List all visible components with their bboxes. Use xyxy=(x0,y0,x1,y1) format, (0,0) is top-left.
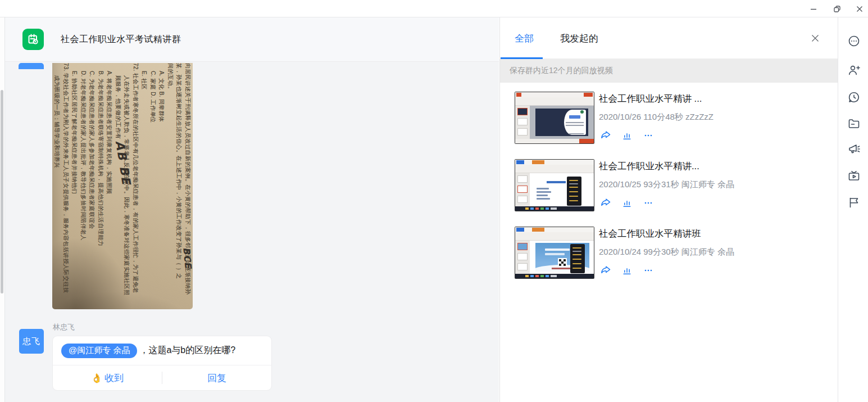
announcement-icon[interactable] xyxy=(847,142,861,156)
video-list-item: 社会工作职业水平精讲班 2020/10/24 99分30秒 闽江师专 余晶 xyxy=(515,227,829,279)
video-playback-icon[interactable] xyxy=(847,169,861,183)
video-thumbnail[interactable] xyxy=(515,227,594,279)
video-title[interactable]: 社会工作职业水平精讲 ... xyxy=(599,93,702,105)
photo-rotated-text: 向居民讲述关于刑满释放人员改过自新的案例。在小黄的帮助下，很多邻居开始逐渐接纳孙… xyxy=(52,63,193,309)
share-icon[interactable] xyxy=(599,129,612,142)
exam-line: D. 对老年痴呆症患者的家人提出批评，教导他们多抽时间陪伴老人 xyxy=(79,63,88,309)
exam-line: 73. 学校社会工作者为刚入学的外来务工人员子女提供服务，服务内容包括讲授人际交… xyxy=(62,63,71,309)
ok-hand-icon: 👌 xyxy=(91,373,102,383)
app-window: 社会工作职业水平考试精讲群 向居民讲述关于刑满释放人员改过自新的案例。在小黄的帮… xyxy=(0,0,868,402)
folder-icon[interactable] xyxy=(847,117,861,130)
sender-name: 林忠飞 xyxy=(53,322,75,332)
exam-line: 向居民讲述关于刑满释放人员改过自新的案例。在小黄的帮助下，很多邻居开始逐渐接纳孙 xyxy=(184,63,193,309)
video-thumbnail[interactable] xyxy=(515,159,594,211)
retention-notice: 保存群内近12个月的回放视频 xyxy=(500,59,838,83)
chat-group-title: 社会工作职业水平考试精讲群 xyxy=(61,34,181,46)
photo-message[interactable]: 向居民讲述关于刑满释放人员改过自新的案例。在小黄的帮助下，很多邻居开始逐渐接纳孙… xyxy=(52,63,193,309)
exam-line: E. 协助社区居民了解老年痴呆症患者并接纳他们 xyxy=(70,63,79,309)
message-bubble: @闽江师专 余晶 ，这题a与b的区别在哪? 👌收到 回复 xyxy=(52,336,272,391)
exam-line: A. 文化 B. 同辈群体 xyxy=(157,63,166,309)
video-meta: 2020/10/25 93分31秒 闽江师专 余晶 xyxy=(599,179,734,190)
avatar-partial xyxy=(19,63,44,69)
exam-line: 成为班级的一员；辅导学业和培养兴 xyxy=(53,63,62,309)
mention-pill[interactable]: @闽江师专 余晶 xyxy=(61,344,137,358)
title-bar xyxy=(0,0,868,17)
chat-history-icon[interactable] xyxy=(847,91,861,104)
share-icon[interactable] xyxy=(599,264,612,277)
exam-line: C. 为老年痴呆症患者的家人多参加老年痴呆症患者家庭联谊会 xyxy=(88,63,97,309)
more-icon[interactable] xyxy=(642,196,655,210)
minimize-icon[interactable] xyxy=(806,2,821,16)
exam-line: E. 社区 xyxy=(140,63,149,309)
tab-mine[interactable]: 我发起的 xyxy=(560,32,598,45)
right-sidebar xyxy=(838,17,868,402)
stats-icon[interactable] xyxy=(620,264,634,277)
video-title[interactable]: 社会工作职业水平精讲班 xyxy=(599,228,701,240)
flag-icon[interactable] xyxy=(847,196,861,209)
chat-body: 向居民讲述关于刑满释放人员改过自新的案例。在小黄的帮助下，很多邻居开始逐渐接纳孙… xyxy=(5,62,499,402)
exam-line: 某，孙某也逐渐树立起生活的信心。在上述工作中，小黄的工作改变了孙某与（ ）之 xyxy=(175,63,184,309)
handwritten-answer: BCE xyxy=(181,247,193,269)
close-icon[interactable] xyxy=(852,2,867,16)
exam-line: 72. 社会工作者寒冬所在的社区中有几位老年痴呆症患者，有的家人工作很忙，为了避… xyxy=(131,63,140,309)
more-icon[interactable] xyxy=(642,129,655,142)
message-text: ，这题a与b的区别在哪? xyxy=(139,345,235,356)
exam-line: A. 将老年痴呆症患者安置到康复机构，实施照顾 xyxy=(105,63,114,309)
playback-panel: 全部 我发起的 保存群内近12个月的回放视频 xyxy=(499,17,838,402)
more-icon[interactable] xyxy=(642,264,655,277)
stats-icon[interactable] xyxy=(620,196,634,210)
panel-tabs: 全部 我发起的 xyxy=(500,17,838,59)
video-meta: 2020/10/26 110分48秒 zZzZzZ xyxy=(599,112,714,123)
video-meta: 2020/10/24 99分30秒 闽江师专 余晶 xyxy=(599,247,734,258)
restore-icon[interactable] xyxy=(830,2,844,16)
group-calendar-icon xyxy=(22,29,44,50)
left-scrollbar[interactable] xyxy=(1,90,3,293)
exam-line: C. 家庭 D. 工作单位 xyxy=(149,63,158,309)
exam-line: 人在外走失或被人欺负，常将老人反锁在家中。因此，寒冬准备对这些家庭实施社区照 xyxy=(122,63,131,309)
video-list-item: 社会工作职业水平精讲 ... 2020/10/26 110分48秒 zZzZzZ xyxy=(515,92,829,144)
message-actions: 👌收到 回复 xyxy=(53,365,271,390)
panel-close-icon[interactable] xyxy=(808,31,822,46)
video-thumbnail[interactable] xyxy=(515,92,594,144)
chat-header: 社会工作职业水平考试精讲群 xyxy=(5,17,499,62)
share-icon[interactable] xyxy=(599,196,612,210)
ack-button[interactable]: 👌收到 xyxy=(53,372,162,385)
exam-line: B. 为老年痴呆症患者联络寄宿制特殊机构，提高他们的生活自理能力 xyxy=(97,63,106,309)
left-edge-strip xyxy=(0,17,5,402)
tab-all[interactable]: 全部 xyxy=(515,32,534,45)
stats-icon[interactable] xyxy=(620,129,634,142)
exam-line: 间的互动。 xyxy=(166,63,175,309)
video-list-item: 社会工作职业水平精讲... 2020/10/25 93分31秒 闽江师专 余晶 xyxy=(515,159,829,211)
avatar[interactable]: 忠飞 xyxy=(19,329,44,354)
reply-button[interactable]: 回复 xyxy=(162,372,271,385)
message-text-row: @闽江师专 余晶 ，这题a与b的区别在哪? xyxy=(53,336,271,365)
video-title[interactable]: 社会工作职业水平精讲... xyxy=(599,160,699,173)
more-circle-icon[interactable] xyxy=(847,34,861,48)
add-member-icon[interactable] xyxy=(847,64,861,77)
